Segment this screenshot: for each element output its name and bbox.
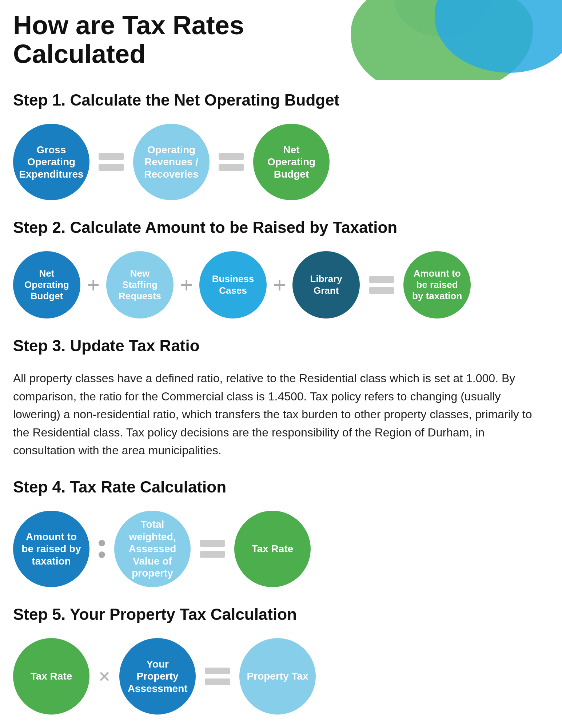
step2-heading: Step 2. Calculate Amount to be Raised by… — [13, 218, 549, 237]
circle-net-op-budget-s2: Net Operating Budget — [13, 251, 80, 318]
step3-heading: Step 3. Update Tax Ratio — [13, 337, 549, 355]
step4-heading: Step 4. Tax Rate Calculation — [13, 478, 549, 496]
main-title: How are Tax Rates Calculated — [13, 11, 244, 68]
step5-diagram: Tax Rate × Your Property Assessment Prop… — [13, 638, 549, 715]
main-content: Step 1. Calculate the Net Operating Budg… — [0, 91, 562, 728]
circle-amount-raised: Amount to be raised by taxation — [403, 251, 471, 318]
circle-new-staffing: New Staffing Requests — [106, 251, 174, 318]
circle-total-weighted: Total weighted, Assessed Value of proper… — [114, 511, 191, 587]
multiply-symbol-step5: × — [89, 665, 119, 688]
header-area: How are Tax Rates Calculated — [0, 0, 562, 80]
circle-your-property-assessment: Your Property Assessment — [119, 638, 196, 715]
circle-operating-revenues: Operating Revenues / Recoveries — [133, 124, 210, 200]
plus-2-step2: + — [174, 272, 199, 297]
circle-business-cases: Business Cases — [199, 251, 267, 318]
step3-body: All property classes have a defined rati… — [13, 369, 549, 460]
circle-tax-rate-s5: Tax Rate — [13, 638, 89, 715]
step1-diagram: Gross Operating Expenditures Operating R… — [13, 124, 549, 200]
plus-1-step2: + — [80, 272, 106, 297]
step5-heading: Step 5. Your Property Tax Calculation — [13, 605, 549, 624]
divide-symbol-step4 — [89, 540, 114, 558]
minus-symbol-step1 — [89, 153, 133, 171]
equals-symbol-step1 — [210, 153, 253, 171]
circle-tax-rate-s4: Tax Rate — [234, 511, 311, 587]
step2-diagram: Net Operating Budget + New Staffing Requ… — [13, 251, 549, 318]
step4-diagram: Amount to be raised by taxation Total we… — [13, 511, 549, 587]
equals-step4 — [191, 540, 234, 558]
circle-library-grant: Library Grant — [292, 251, 360, 318]
equals-step2 — [360, 276, 403, 294]
step1-heading: Step 1. Calculate the Net Operating Budg… — [13, 91, 549, 109]
circle-net-operating-budget: Net Operating Budget — [253, 124, 330, 200]
circle-property-tax-s5: Property Tax — [239, 638, 316, 715]
equals-step5 — [196, 668, 239, 685]
circle-amount-raised-s4: Amount to be raised by taxation — [13, 511, 89, 587]
plus-3-step2: + — [267, 272, 292, 297]
circle-gross-operating-expenditures: Gross Operating Expenditures — [13, 124, 89, 200]
